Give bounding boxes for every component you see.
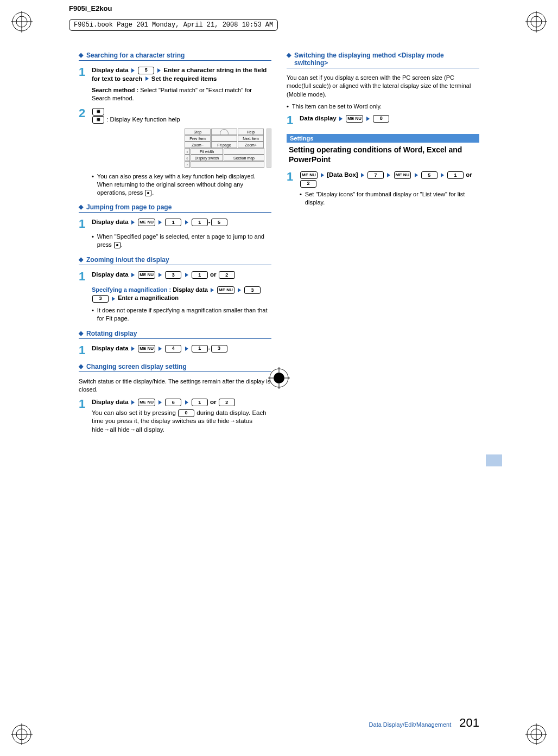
step-number: 2 (79, 107, 88, 124)
bullet-text: Set "Display icons" for thumbnail displa… (305, 190, 479, 207)
arrow-icon (131, 68, 135, 73)
arrow-icon (321, 173, 324, 177)
arrow-icon (211, 288, 214, 292)
section-title: Rotating display (86, 330, 137, 337)
arrow-icon (131, 273, 135, 277)
arrow-icon (131, 347, 135, 351)
crop-mark-bottom-left (11, 723, 33, 745)
mini-blank (224, 148, 264, 155)
key-p-icon: ⊞ (92, 116, 104, 124)
key-p-icon: ⊞ (92, 108, 104, 116)
bullet-dot-icon: • (300, 190, 302, 207)
key-1: 1 (447, 171, 464, 179)
sec1-step1: 1 Display data 5 Enter a character strin… (79, 66, 271, 83)
settings-bar: Settings (287, 134, 479, 143)
search-method-row: Search method : Select "Partial match" o… (92, 86, 271, 103)
menu-key: ME NU (138, 271, 155, 279)
key-2: 2 (219, 399, 235, 406)
step-number: 1 (287, 114, 296, 126)
key-5: 5 (138, 67, 154, 74)
step-body: Display data 5 Enter a character string … (92, 66, 271, 83)
right-column: ◆ Switching the displaying method <Displ… (287, 46, 479, 435)
arrow-icon (157, 68, 161, 73)
arrow-icon (415, 173, 418, 177)
section-jumping: ◆ Jumping from page to page (79, 203, 271, 213)
arrow-icon (185, 220, 188, 225)
diamond-icon: ◆ (79, 363, 83, 370)
page-footer: Data Display/Edit/Management 201 (369, 716, 479, 730)
key-4: 4 (165, 345, 181, 353)
bullet-dot-icon: • (92, 306, 94, 323)
key-3: 3 (165, 271, 181, 279)
diamond-icon: ◆ (287, 52, 291, 59)
bullet-text: It does not operate if specifying a magn… (97, 306, 271, 323)
spec-mag-row: Specifying a magnification : Display dat… (92, 286, 271, 303)
step-body: ME NU [Data Box] 7 ME NU 5 1 or 2 (300, 171, 479, 188)
mini-row-num: 4 (185, 148, 190, 155)
bullet-dot-icon: • (92, 233, 94, 249)
key-1: 1 (192, 219, 208, 226)
menu-key: ME NU (138, 219, 155, 226)
section-zoom: ◆ Zooming in/out the display (79, 256, 271, 265)
arrow-icon (131, 220, 135, 225)
diamond-icon: ◆ (79, 330, 83, 337)
menu-key: ME NU (217, 286, 234, 294)
settings-bullet: • Set "Display icons" for thumbnail disp… (300, 190, 479, 207)
center-key-icon (114, 242, 121, 248)
arrow-icon (158, 347, 162, 351)
mini-next: Next item (238, 135, 264, 142)
search-method-label: Search method : (92, 87, 138, 93)
mini-scrollbar (267, 129, 271, 168)
step-body: Display data ME NU 1 1-5 (92, 218, 271, 230)
bullet-dot-icon: • (287, 102, 289, 111)
sec5-step1: 1 Display data ME NU 6 1 or 2 You can al… (79, 398, 271, 434)
arrow-icon (131, 400, 135, 405)
settings-step1: 1 ME NU [Data Box] 7 ME NU 5 1 or 2 (287, 171, 479, 188)
step-number: 1 (287, 171, 296, 188)
sec1-step2: 2 ⊞ ⊞ : Display Key function help (79, 107, 271, 124)
doc-path: F905i.book Page 201 Monday, April 21, 20… (69, 19, 278, 31)
section-searching: ◆ Searching for a character string (79, 52, 271, 61)
left-column: ◆ Searching for a character string 1 Dis… (79, 46, 271, 435)
key-8: 8 (373, 115, 389, 123)
bullet-dot-icon: • (92, 172, 94, 197)
mini-blank (211, 135, 237, 142)
step2-help: : Display Key function help (106, 116, 180, 123)
key-2: 2 (219, 271, 235, 279)
step-body: ⊞ ⊞ : Display Key function help (92, 107, 271, 124)
arrow-icon (145, 76, 149, 81)
key-1: 1 (192, 399, 208, 406)
crop-mark-top-right (525, 11, 547, 33)
page-body: ◆ Searching for a character string 1 Dis… (79, 46, 480, 435)
bullet-text: This item can be set to Word only. (292, 102, 382, 111)
menu-key: ME NU (394, 171, 411, 179)
spec-mag-label: Specifying a magnification : (92, 286, 171, 293)
section-title: Changing screen display setting (86, 363, 187, 370)
mini-row-num: 6 (185, 155, 190, 161)
sec6-intro: You can set if you display a screen with… (287, 74, 479, 99)
arrow-icon (441, 173, 444, 177)
diamond-icon: ◆ (79, 52, 83, 59)
mini-blank (191, 161, 264, 168)
arrow-icon (339, 117, 343, 121)
key-1: 1 (165, 219, 181, 226)
arrow-icon (158, 220, 162, 225)
side-tab-marker (486, 454, 502, 466)
center-key-icon (145, 190, 151, 196)
key-0: 0 (178, 409, 194, 417)
mini-prev: Prev item (185, 135, 211, 142)
key-help-diagram: Stop Help Prev item Next item Zoom− Fit … (185, 129, 271, 168)
key-6: 6 (165, 399, 181, 406)
key-2: 2 (300, 180, 316, 188)
page-number: 201 (459, 716, 479, 729)
sec3-bullet: • It does not operate if specifying a ma… (92, 306, 271, 323)
step-text: Set the required items (151, 75, 217, 82)
arrow-icon (238, 288, 241, 292)
mini-fitpage: Fit page (211, 142, 237, 148)
crop-mark-top-left (11, 11, 33, 33)
arrow-icon (185, 347, 188, 351)
menu-key: ME NU (346, 115, 363, 123)
step-number: 1 (79, 344, 88, 356)
step-body: Display data ME NU 3 1 or 2 (92, 271, 271, 283)
footer-section: Data Display/Edit/Management (369, 721, 452, 728)
